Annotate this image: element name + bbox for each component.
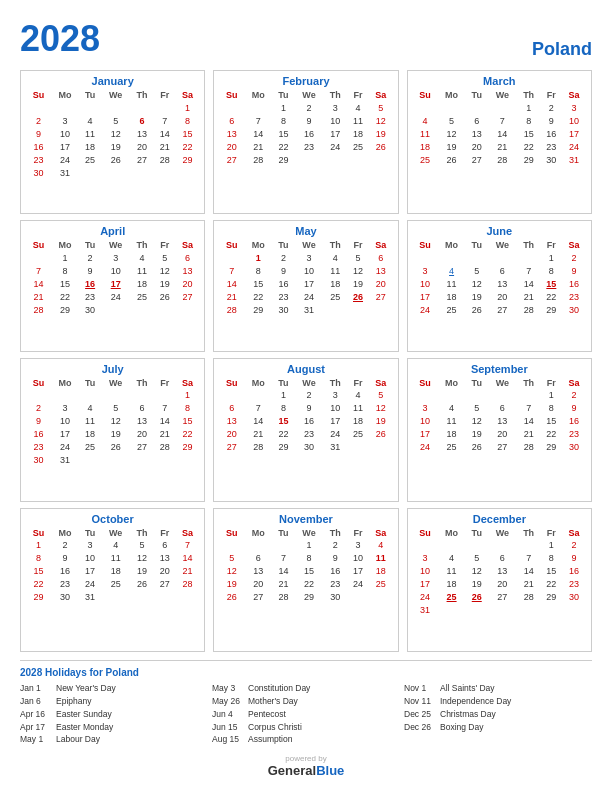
cal-day: 22 bbox=[26, 578, 51, 591]
holiday-name: Easter Sunday bbox=[56, 708, 112, 721]
cal-day: 1 bbox=[295, 539, 324, 552]
cal-day: 25 bbox=[130, 290, 154, 303]
month-name: October bbox=[26, 513, 199, 525]
day-header-th: Th bbox=[323, 89, 347, 101]
cal-day: 11 bbox=[438, 277, 466, 290]
cal-day: 7 bbox=[154, 402, 176, 415]
cal-day: 18 bbox=[130, 277, 154, 290]
day-header-fr: Fr bbox=[541, 377, 563, 389]
cal-day: 27 bbox=[130, 153, 154, 166]
cal-day: 23 bbox=[26, 441, 51, 454]
cal-day: 12 bbox=[130, 552, 154, 565]
cal-day: 5 bbox=[438, 114, 466, 127]
cal-day: 4 bbox=[413, 114, 438, 127]
cal-day: 20 bbox=[219, 140, 244, 153]
cal-day bbox=[517, 539, 541, 552]
cal-day: 4 bbox=[438, 552, 466, 565]
cal-day bbox=[154, 454, 176, 467]
cal-day: 5 bbox=[130, 539, 154, 552]
month-name: August bbox=[219, 363, 392, 375]
cal-day: 18 bbox=[369, 565, 393, 578]
cal-day: 19 bbox=[347, 277, 369, 290]
cal-day: 25 bbox=[347, 140, 369, 153]
cal-day: 23 bbox=[562, 578, 586, 591]
month-name: June bbox=[413, 225, 586, 237]
cal-day bbox=[101, 166, 130, 179]
cal-day bbox=[219, 251, 244, 264]
cal-day: 9 bbox=[541, 114, 563, 127]
cal-day: 23 bbox=[26, 153, 51, 166]
cal-day: 29 bbox=[541, 303, 563, 316]
cal-day: 13 bbox=[219, 127, 244, 140]
cal-day: 12 bbox=[219, 565, 244, 578]
cal-table: SuMoTuWeThFrSa12345678910111213141516171… bbox=[413, 377, 586, 454]
holiday-item: Dec 26Boxing Day bbox=[404, 721, 592, 734]
cal-day: 11 bbox=[79, 415, 101, 428]
cal-day: 25 bbox=[438, 303, 466, 316]
month-name: February bbox=[219, 75, 392, 87]
footer: powered by GeneralBlue bbox=[20, 754, 592, 778]
cal-day bbox=[244, 539, 272, 552]
cal-day: 20 bbox=[130, 140, 154, 153]
cal-table: SuMoTuWeThFrSa12345678910111213141516171… bbox=[26, 377, 199, 467]
cal-day: 4 bbox=[347, 101, 369, 114]
cal-day: 26 bbox=[466, 441, 488, 454]
cal-day bbox=[176, 166, 200, 179]
cal-day: 4 bbox=[438, 402, 466, 415]
cal-day: 17 bbox=[51, 428, 79, 441]
cal-day: 19 bbox=[219, 578, 244, 591]
cal-day: 18 bbox=[438, 428, 466, 441]
day-header-sa: Sa bbox=[369, 239, 393, 251]
month-block-april: AprilSuMoTuWeThFrSa123456789101112131415… bbox=[20, 220, 205, 351]
cal-day: 2 bbox=[295, 389, 324, 402]
cal-day: 27 bbox=[154, 578, 176, 591]
cal-day: 24 bbox=[562, 140, 586, 153]
cal-day: 7 bbox=[517, 552, 541, 565]
cal-day: 17 bbox=[413, 578, 438, 591]
cal-day: 20 bbox=[219, 428, 244, 441]
cal-day bbox=[154, 389, 176, 402]
cal-day: 5 bbox=[466, 552, 488, 565]
cal-day: 13 bbox=[130, 127, 154, 140]
cal-day: 18 bbox=[347, 415, 369, 428]
cal-day: 29 bbox=[295, 591, 324, 604]
cal-day bbox=[488, 389, 517, 402]
cal-day: 31 bbox=[51, 454, 79, 467]
holiday-date: Dec 25 bbox=[404, 708, 436, 721]
day-header-mo: Mo bbox=[438, 527, 466, 539]
holiday-item: Jun 4Pentecost bbox=[212, 708, 400, 721]
cal-day: 11 bbox=[323, 264, 347, 277]
holiday-date: Nov 11 bbox=[404, 695, 436, 708]
cal-day: 17 bbox=[413, 428, 438, 441]
cal-day: 4 bbox=[438, 264, 466, 277]
cal-day: 27 bbox=[219, 441, 244, 454]
cal-day: 12 bbox=[101, 127, 130, 140]
cal-day bbox=[176, 454, 200, 467]
day-header-su: Su bbox=[26, 377, 51, 389]
cal-day: 27 bbox=[488, 591, 517, 604]
cal-day bbox=[413, 251, 438, 264]
cal-day: 15 bbox=[176, 415, 200, 428]
day-header-fr: Fr bbox=[154, 239, 176, 251]
cal-day: 10 bbox=[51, 127, 79, 140]
cal-day: 1 bbox=[176, 389, 200, 402]
cal-day: 31 bbox=[51, 166, 79, 179]
cal-day: 6 bbox=[176, 251, 200, 264]
cal-day: 5 bbox=[466, 402, 488, 415]
cal-day: 22 bbox=[541, 578, 563, 591]
cal-day: 14 bbox=[176, 552, 200, 565]
holiday-item: Jun 15Corpus Christi bbox=[212, 721, 400, 734]
cal-day: 19 bbox=[154, 277, 176, 290]
cal-day: 16 bbox=[26, 428, 51, 441]
holiday-name: Pentecost bbox=[248, 708, 286, 721]
day-header-mo: Mo bbox=[244, 527, 272, 539]
cal-day: 9 bbox=[272, 264, 294, 277]
cal-day: 26 bbox=[466, 591, 488, 604]
cal-day bbox=[154, 591, 176, 604]
cal-day: 24 bbox=[51, 153, 79, 166]
cal-day bbox=[130, 389, 154, 402]
cal-day: 6 bbox=[130, 402, 154, 415]
cal-day: 28 bbox=[26, 303, 51, 316]
day-header-we: We bbox=[295, 239, 324, 251]
cal-day: 21 bbox=[154, 140, 176, 153]
